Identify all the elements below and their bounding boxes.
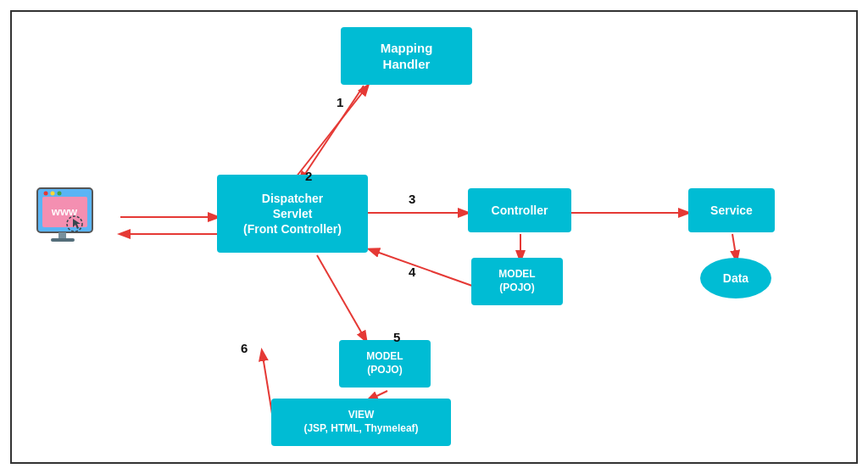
svg-line-9 bbox=[317, 255, 366, 341]
step-4-label: 4 bbox=[409, 265, 415, 279]
step-2-label: 2 bbox=[305, 169, 312, 183]
svg-line-2 bbox=[296, 86, 368, 177]
controller-box: Controller bbox=[468, 188, 571, 232]
model-pojo-2-box: MODEL (POJO) bbox=[339, 340, 431, 388]
svg-point-15 bbox=[51, 192, 55, 196]
step-5-label: 5 bbox=[393, 330, 400, 344]
svg-line-3 bbox=[300, 86, 364, 181]
svg-rect-19 bbox=[58, 232, 66, 239]
service-box: Service bbox=[688, 188, 775, 232]
view-box: VIEW (JSP, HTML, Thymeleaf) bbox=[271, 399, 451, 446]
svg-point-14 bbox=[44, 192, 48, 196]
step-1-label: 1 bbox=[337, 95, 343, 109]
svg-line-6 bbox=[732, 234, 737, 260]
svg-rect-20 bbox=[51, 238, 75, 242]
data-oval: Data bbox=[700, 258, 771, 298]
diagram-container: www Mapping Handler Dispatcher Servlet (… bbox=[10, 10, 858, 464]
www-monitor: www bbox=[31, 181, 107, 258]
svg-line-8 bbox=[370, 249, 472, 286]
step-3-label: 3 bbox=[409, 192, 415, 206]
model-pojo-1-box: MODEL (POJO) bbox=[471, 258, 563, 305]
dispatcher-servlet-box: Dispatcher Servlet (Front Controller) bbox=[217, 175, 368, 253]
svg-point-16 bbox=[58, 192, 62, 196]
step-6-label: 6 bbox=[241, 341, 248, 355]
mapping-handler-box: Mapping Handler bbox=[341, 27, 472, 85]
